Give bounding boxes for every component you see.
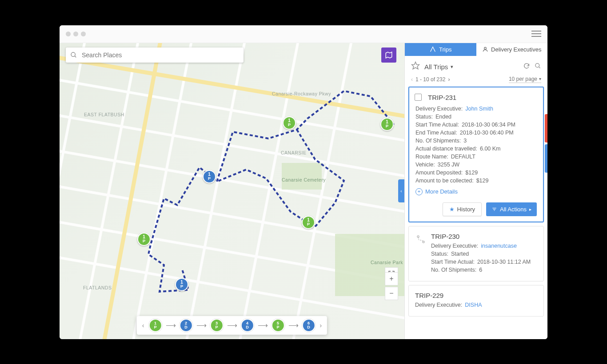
plus-icon: + <box>389 275 393 283</box>
tab-executives[interactable]: Delivery Executives <box>476 43 548 56</box>
all-actions-label: All Actions <box>500 206 527 213</box>
tab-trips[interactable]: Trips <box>405 43 476 56</box>
map-marker[interactable]: 1P <box>283 116 296 130</box>
map-label-pkwy: Canarsie-Rockaway Pkwy <box>272 91 331 96</box>
label: End Time Actual: <box>415 130 457 136</box>
map-roads-underlay <box>60 43 404 339</box>
filter-dropdown[interactable]: All Trips ▾ <box>424 63 519 71</box>
map-canvas[interactable]: Canarsie-Rockaway Pkwy EAST FLATBUSH CAN… <box>60 43 404 339</box>
svg-point-7 <box>535 63 539 67</box>
user-icon <box>482 46 488 52</box>
map-label-cemetery: Canarsie Cemetery <box>282 177 326 182</box>
tab-executives-label: Delivery Executives <box>491 46 541 53</box>
filter-title-label: All Trips <box>424 63 448 71</box>
label: Start Time Actual: <box>431 259 475 265</box>
stop-chip[interactable]: 6D <box>302 319 315 332</box>
menu-icon[interactable] <box>531 31 541 37</box>
refresh-button[interactable] <box>523 63 530 71</box>
stop-chip[interactable]: 4D <box>241 319 254 332</box>
value: 2018-10-30 06:40 PM <box>460 130 514 136</box>
svg-marker-4 <box>386 52 392 58</box>
window-titlebar <box>60 25 547 43</box>
svg-line-8 <box>539 67 540 68</box>
more-details-button[interactable]: + More Details <box>415 188 537 195</box>
trip-card[interactable]: TRIP-230 Delivery Executive:insanenutcas… <box>408 226 544 281</box>
label: Vehicle: <box>415 162 435 168</box>
star-icon: ★ <box>449 206 455 213</box>
stop-chip[interactable]: 3P <box>210 319 224 332</box>
stop-chip[interactable]: 1P <box>149 319 162 332</box>
search-icon <box>70 51 77 59</box>
value: 3255 JW <box>438 162 459 168</box>
label: Amount Deposited: <box>415 170 463 176</box>
page-prev-button[interactable]: ‹ <box>411 76 413 83</box>
svg-line-3 <box>75 56 76 57</box>
search-input-container <box>66 47 244 63</box>
label: Delivery Executive: <box>415 302 462 308</box>
search-input[interactable] <box>82 51 239 59</box>
map-marker[interactable]: 1P <box>302 216 315 229</box>
value: $129 <box>465 170 478 176</box>
arrow-right-icon: ⟶ <box>258 321 268 329</box>
svg-marker-6 <box>412 62 419 69</box>
executive-link[interactable]: insanenutcase <box>481 243 517 249</box>
stops-next-button[interactable]: › <box>319 322 323 329</box>
executive-link[interactable]: DISHA <box>465 302 482 308</box>
minus-icon: − <box>389 289 393 297</box>
svg-point-12 <box>417 236 419 237</box>
chevron-down-icon: ▾ <box>451 64 453 70</box>
map-label-flatlands: FLATLANDS <box>83 285 112 290</box>
trip-list: TRIP-231 Delivery Executive:John Smith S… <box>405 87 547 339</box>
label: No. Of Shipments: <box>431 267 476 273</box>
page-range-label: 1 - 10 of 232 <box>415 76 445 83</box>
history-button[interactable]: ★ History <box>443 202 482 216</box>
trip-select-checkbox[interactable] <box>415 94 422 101</box>
per-page-label: 10 per page <box>509 76 537 82</box>
label: Amount to be collected: <box>415 178 474 184</box>
sidebar-panel: Trips Delivery Executives All Trips ▾ <box>404 43 547 339</box>
page-next-button[interactable]: › <box>448 76 450 83</box>
svg-point-5 <box>484 47 487 49</box>
zoom-out-button[interactable]: − <box>385 287 398 300</box>
filter-icon <box>491 206 497 212</box>
map-marker[interactable]: 1P <box>380 118 394 131</box>
sidebar-collapse-handle[interactable]: ‹ <box>398 179 404 202</box>
stop-chip[interactable]: 2D <box>180 319 193 332</box>
window-controls[interactable] <box>66 32 86 36</box>
arrow-right-icon: ⟶ <box>196 321 207 329</box>
all-actions-button[interactable]: All Actions ▸ <box>486 202 537 216</box>
label: Delivery Executive: <box>415 106 463 112</box>
stops-prev-button[interactable]: ‹ <box>141 322 145 329</box>
search-button[interactable] <box>535 63 541 71</box>
stop-chip[interactable]: 5P <box>272 319 285 332</box>
trip-id: TRIP-231 <box>428 94 537 101</box>
value: 6.00 Km <box>480 146 501 152</box>
route-icon <box>415 233 427 245</box>
map-marker[interactable]: 1P <box>203 170 216 183</box>
map-marker[interactable]: 1P <box>175 278 188 291</box>
scroll-indicator[interactable] <box>545 144 547 173</box>
label: No. Of Shipments: <box>415 138 461 144</box>
label: Actual distance travelled: <box>415 146 477 152</box>
trip-id: TRIP-230 <box>431 233 537 240</box>
map-layers-button[interactable] <box>381 47 396 63</box>
map-label-canarsie: CANARSIE <box>281 150 307 155</box>
per-page-dropdown[interactable]: 10 per page ▾ <box>509 76 541 83</box>
scroll-indicator[interactable] <box>545 114 547 142</box>
trip-card-selected[interactable]: TRIP-231 Delivery Executive:John Smith S… <box>408 87 544 222</box>
plus-circle-icon: + <box>415 188 423 195</box>
zoom-in-button[interactable]: + <box>385 272 398 285</box>
svg-point-2 <box>71 52 75 56</box>
favorite-button[interactable] <box>411 61 420 72</box>
chevron-left-icon: ‹ <box>400 189 402 194</box>
trip-id: TRIP-229 <box>415 292 537 299</box>
executive-link[interactable]: John Smith <box>465 106 493 112</box>
arrow-right-icon: ⟶ <box>288 321 299 329</box>
map-marker[interactable]: 1P <box>137 233 151 246</box>
trip-card[interactable]: TRIP-229 Delivery Executive:DISHA <box>408 285 544 317</box>
value: DEFAULT <box>451 154 475 160</box>
search-icon <box>535 63 541 69</box>
route-icon <box>429 46 436 53</box>
arrow-right-icon: ⟶ <box>227 321 237 329</box>
stops-sequence-bar: ‹ 1P⟶2D⟶3P⟶4D⟶5P⟶6D › <box>137 316 327 335</box>
